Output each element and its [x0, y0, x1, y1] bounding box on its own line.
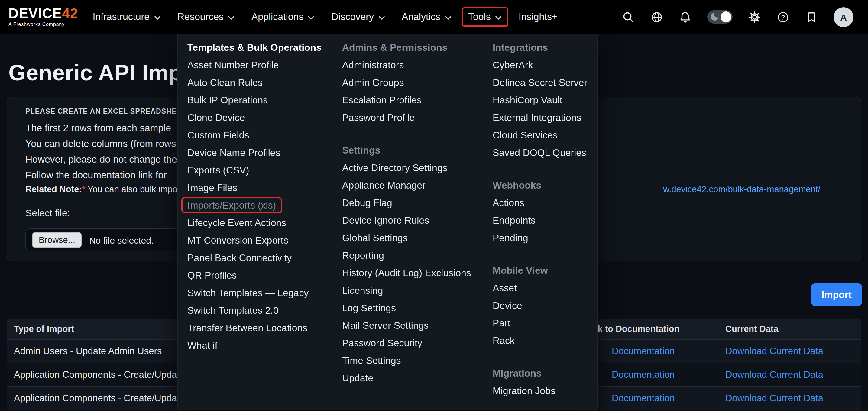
menu-item-active-directory-settings[interactable]: Active Directory Settings [342, 159, 494, 177]
user-avatar[interactable]: A [834, 7, 854, 27]
menu-item-password-profile[interactable]: Password Profile [342, 109, 494, 126]
menu-item-migration-jobs[interactable]: Migration Jobs [493, 382, 592, 400]
theme-toggle[interactable] [707, 10, 733, 24]
nav-label: Tools [468, 11, 491, 22]
menu-item-clone-device[interactable]: Clone Device [187, 109, 340, 126]
menu-item-administrators[interactable]: Administrators [342, 56, 494, 74]
nav-item-discovery[interactable]: Discovery [323, 7, 393, 27]
nav-item-infrastructure[interactable]: Infrastructure [84, 7, 169, 27]
panel-heading: PLEASE CREATE AN EXCEL SPREADSHEET [25, 107, 186, 115]
menu-item-switch-templates-legacy[interactable]: Switch Templates — Legacy [187, 284, 340, 302]
column-header-link-to-documentation: Link to Documentation [585, 319, 679, 339]
settings-gear-icon[interactable] [748, 10, 761, 23]
menu-column-admins-settings: Admins & Permissions Administrators Admi… [342, 34, 494, 387]
menu-item-saved-doql-queries[interactable]: Saved DOQL Queries [493, 144, 592, 161]
menu-item-escalation-profiles[interactable]: Escalation Profiles [342, 91, 494, 109]
menu-item-actions[interactable]: Actions [493, 194, 592, 212]
download-current-data-link[interactable]: Download Current Data [725, 363, 823, 386]
menu-item-device[interactable]: Device [493, 297, 592, 314]
nav-item-applications[interactable]: Applications [243, 7, 323, 27]
instruction-line: However, please do not change the [25, 152, 177, 167]
menu-divider [342, 133, 494, 134]
nav-label: Discovery [332, 11, 374, 22]
svg-text:?: ? [781, 13, 785, 21]
menu-section-header-admins-permissions: Admins & Permissions [342, 39, 494, 56]
menu-item-panel-back-connectivity[interactable]: Panel Back Connectivity [187, 249, 340, 266]
import-button[interactable]: Import [811, 283, 862, 306]
menu-item-global-settings[interactable]: Global Settings [342, 229, 494, 247]
menu-item-switch-templates-2-0[interactable]: Switch Templates 2.0 [187, 302, 340, 319]
nav-label: Applications [251, 11, 304, 22]
nav-label: Analytics [402, 11, 440, 22]
menu-item-device-name-profiles[interactable]: Device Name Profiles [187, 144, 340, 161]
menu-item-reporting[interactable]: Reporting [342, 247, 494, 264]
menu-item-log-settings[interactable]: Log Settings [342, 299, 494, 317]
menu-item-rack[interactable]: Rack [493, 332, 592, 349]
menu-item-external-integrations[interactable]: External Integrations [493, 109, 592, 126]
documentation-link[interactable]: Documentation [612, 363, 675, 386]
menu-item-time-settings[interactable]: Time Settings [342, 352, 494, 369]
chevron-down-icon [228, 15, 235, 20]
menu-section-header-settings: Settings [342, 141, 494, 159]
search-icon[interactable] [622, 10, 635, 23]
browse-button[interactable]: Browse... [32, 232, 82, 248]
nav-links: Infrastructure Resources Applications Di… [84, 7, 566, 27]
moon-icon [711, 13, 719, 21]
bookmark-icon[interactable] [805, 10, 818, 23]
menu-item-mt-conversion-exports[interactable]: MT Conversion Exports [187, 231, 340, 249]
globe-icon[interactable] [650, 10, 663, 23]
nav-item-resources[interactable]: Resources [169, 7, 243, 27]
menu-item-update[interactable]: Update [342, 369, 494, 387]
help-icon[interactable]: ? [777, 10, 789, 23]
menu-item-appliance-manager[interactable]: Appliance Manager [342, 177, 494, 194]
notifications-bell-icon[interactable] [679, 10, 691, 23]
menu-item-mail-server-settings[interactable]: Mail Server Settings [342, 317, 494, 334]
menu-item-bulk-ip-operations[interactable]: Bulk IP Operations [187, 91, 340, 109]
menu-item-history-audit-log-exclusions[interactable]: History (Audit Log) Exclusions [342, 264, 494, 282]
menu-item-password-security[interactable]: Password Security [342, 334, 494, 352]
menu-item-licensing[interactable]: Licensing [342, 282, 494, 299]
documentation-link[interactable]: Documentation [612, 340, 675, 362]
menu-item-what-if[interactable]: What if [187, 337, 340, 354]
documentation-link[interactable]: Documentation [612, 387, 675, 410]
menu-item-pending[interactable]: Pending [493, 229, 592, 247]
menu-item-exports-csv[interactable]: Exports (CSV) [187, 161, 340, 179]
menu-item-delinea-secret-server[interactable]: Delinea Secret Server [493, 74, 592, 91]
nav-item-analytics[interactable]: Analytics [393, 7, 460, 27]
nav-right-icons: ? A [622, 7, 854, 27]
brand-tagline: A Freshworks Company [8, 22, 78, 27]
red-highlight-box: Imports/Exports (xls) [181, 197, 282, 213]
menu-item-cloud-services[interactable]: Cloud Services [493, 126, 592, 144]
menu-item-transfer-between-locations[interactable]: Transfer Between Locations [187, 319, 340, 337]
menu-divider [493, 254, 592, 254]
menu-item-admin-groups[interactable]: Admin Groups [342, 74, 494, 91]
nav-item-insights-plus[interactable]: Insights+ [510, 7, 566, 27]
nav-label: Resources [178, 11, 224, 22]
menu-item-lifecycle-event-actions[interactable]: Lifecycle Event Actions [187, 214, 340, 231]
menu-item-part[interactable]: Part [493, 314, 592, 332]
menu-item-asset[interactable]: Asset [493, 279, 592, 297]
menu-item-custom-fields[interactable]: Custom Fields [187, 126, 340, 144]
no-file-selected-text: No file selected. [89, 235, 154, 245]
menu-item-cyberark[interactable]: CyberArk [493, 56, 592, 74]
download-current-data-link[interactable]: Download Current Data [725, 340, 823, 362]
chevron-down-icon [444, 15, 451, 20]
top-navigation-bar: DEVICE42 A Freshworks Company Infrastruc… [0, 0, 868, 34]
menu-item-qr-profiles[interactable]: QR Profiles [187, 266, 340, 284]
menu-item-hashicorp-vault[interactable]: HashiCorp Vault [493, 91, 592, 109]
brand-device: DEVICE [8, 5, 62, 21]
menu-item-auto-clean-rules[interactable]: Auto Clean Rules [187, 74, 340, 91]
download-current-data-link[interactable]: Download Current Data [725, 387, 823, 410]
bulk-data-management-link[interactable]: w.device42.com/bulk-data-management/ [663, 183, 820, 195]
menu-item-debug-flag[interactable]: Debug Flag [342, 194, 494, 212]
brand-text: DEVICE42 [8, 7, 78, 21]
menu-item-imports-exports-xls[interactable]: Imports/Exports (xls) [187, 196, 340, 214]
menu-item-device-ignore-rules[interactable]: Device Ignore Rules [342, 212, 494, 229]
menu-item-image-files[interactable]: Image Files [187, 179, 340, 196]
menu-item-asset-number-profile[interactable]: Asset Number Profile [187, 56, 340, 74]
menu-item-endpoints[interactable]: Endpoints [493, 212, 592, 229]
column-header-type-of-import: Type of Import [14, 319, 74, 339]
import-type-cell: Admin Users - Update Admin Users [14, 340, 162, 362]
nav-item-tools[interactable]: Tools [462, 7, 508, 27]
device42-logo[interactable]: DEVICE42 A Freshworks Company [8, 7, 78, 27]
